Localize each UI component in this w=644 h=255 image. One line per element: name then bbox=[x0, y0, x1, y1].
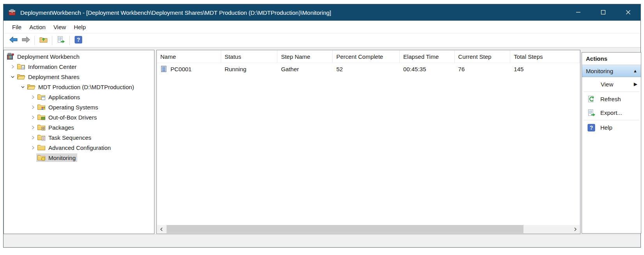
tree-node-advanced-configuration[interactable]: Advanced Configuration bbox=[36, 143, 112, 152]
column-header-status[interactable]: Status bbox=[221, 50, 278, 63]
chevron-right-icon[interactable] bbox=[30, 114, 36, 120]
tree-item-task-sequences[interactable]: Task Sequences bbox=[4, 132, 154, 142]
chevron-right-icon[interactable] bbox=[9, 64, 16, 70]
toolbar-separator bbox=[34, 36, 35, 45]
tree-item-deployment-workbench[interactable]: Deployment Workbench bbox=[4, 51, 154, 62]
actions-separator bbox=[584, 120, 639, 120]
chevron-down-icon[interactable] bbox=[20, 84, 26, 90]
menu-action[interactable]: Action bbox=[25, 21, 50, 33]
chevron-right-icon[interactable] bbox=[30, 135, 36, 141]
tree-item-operating-systems[interactable]: Operating Systems bbox=[4, 102, 154, 112]
help-button[interactable]: ? bbox=[72, 35, 85, 46]
submenu-arrow-icon: ▶ bbox=[634, 81, 641, 87]
tree-item-label: Packages bbox=[48, 124, 74, 131]
tree-item-label: Applications bbox=[48, 94, 80, 100]
folder-open-icon bbox=[17, 73, 25, 80]
tree-item-label: Task Sequences bbox=[48, 134, 91, 141]
action-label: Help bbox=[600, 124, 612, 131]
tree-node-out-of-box-drivers[interactable]: Out-of-Box Drivers bbox=[36, 113, 98, 121]
cell-name-text: PC0001 bbox=[170, 66, 192, 72]
scroll-right-icon[interactable] bbox=[571, 225, 580, 233]
chevron-right-icon[interactable] bbox=[30, 104, 36, 110]
tree-item-deployment-shares[interactable]: Deployment Shares bbox=[4, 72, 154, 82]
cell-status: Running bbox=[221, 63, 278, 75]
column-header-name[interactable]: Name bbox=[157, 50, 221, 63]
tree-node-task-sequences[interactable]: Task Sequences bbox=[36, 133, 93, 142]
column-header-percent-complete[interactable]: Percent Complete bbox=[333, 50, 400, 63]
maximize-button[interactable] bbox=[591, 4, 616, 21]
folder-plain-icon bbox=[37, 144, 46, 151]
actions-group-monitoring[interactable]: Monitoring ▲ bbox=[582, 65, 641, 77]
tree-node-mdt-production-d-mdtproduction[interactable]: MDT Production (D:\MDTProduction) bbox=[26, 83, 136, 91]
column-header-step-name[interactable]: Step Name bbox=[277, 50, 333, 63]
tree-item-label: MDT Production (D:\MDTProduction) bbox=[38, 84, 134, 90]
mmc-toolbox-icon bbox=[8, 9, 16, 16]
folder-driver-icon bbox=[37, 114, 46, 121]
tree-item-information-center[interactable]: iInformation Center bbox=[4, 62, 154, 72]
column-header-total-steps[interactable]: Total Steps bbox=[510, 50, 580, 63]
tree-item-label: Deployment Workbench bbox=[17, 53, 80, 60]
tree-node-operating-systems[interactable]: Operating Systems bbox=[36, 103, 100, 111]
tree-node-deployment-workbench[interactable]: Deployment Workbench bbox=[5, 52, 81, 61]
tree-node-applications[interactable]: Applications bbox=[36, 93, 82, 101]
scrollbar-thumb[interactable] bbox=[167, 225, 523, 233]
chevron-down-icon[interactable] bbox=[9, 74, 16, 80]
tree-node-information-center[interactable]: iInformation Center bbox=[16, 62, 78, 71]
toolbar-separator bbox=[52, 36, 52, 45]
menu-view[interactable]: View bbox=[50, 21, 70, 33]
column-header-current-step[interactable]: Current Step bbox=[455, 50, 511, 63]
tree-item-packages[interactable]: Packages bbox=[4, 122, 154, 132]
collapse-arrow-icon[interactable]: ▲ bbox=[633, 69, 637, 73]
cell-name: PC0001 bbox=[157, 63, 221, 75]
folder-app-icon bbox=[37, 93, 46, 100]
menu-file[interactable]: File bbox=[8, 21, 25, 33]
tree-node-packages[interactable]: Packages bbox=[36, 123, 76, 132]
show-console-tree-button[interactable] bbox=[37, 35, 50, 46]
list-row-pc0001[interactable]: PC0001RunningGather5200:45:3576145 bbox=[157, 63, 580, 75]
console-tree-icon bbox=[39, 36, 48, 45]
application-window: DeploymentWorkbench - [Deployment Workbe… bbox=[3, 4, 641, 248]
main-area: Deployment WorkbenchiInformation CenterD… bbox=[4, 47, 640, 234]
tree-item-mdt-production-d-mdtproduction[interactable]: MDT Production (D:\MDTProduction) bbox=[4, 82, 154, 92]
help-icon: ? bbox=[587, 124, 596, 132]
close-button[interactable] bbox=[616, 4, 640, 21]
back-button[interactable] bbox=[7, 35, 20, 46]
tree-item-label: Deployment Shares bbox=[28, 74, 80, 80]
toolbar: ? bbox=[4, 33, 640, 47]
action-help[interactable]: ?Help bbox=[582, 121, 641, 134]
action-export[interactable]: Export... bbox=[582, 106, 641, 120]
minimize-button[interactable] bbox=[566, 4, 591, 21]
export-list-button[interactable] bbox=[55, 35, 67, 46]
action-view[interactable]: View▶ bbox=[582, 77, 641, 91]
export-list-icon bbox=[587, 109, 596, 117]
actions-pane-title: Actions bbox=[582, 53, 641, 65]
title-bar[interactable]: DeploymentWorkbench - [Deployment Workbe… bbox=[4, 4, 640, 21]
menu-help[interactable]: Help bbox=[70, 21, 90, 33]
action-refresh[interactable]: Refresh bbox=[582, 92, 641, 106]
folder-monitor-icon bbox=[37, 154, 46, 161]
folder-info-icon: i bbox=[17, 63, 25, 70]
export-list-icon bbox=[57, 36, 65, 45]
results-pane[interactable]: NameStatusStep NamePercent CompleteElaps… bbox=[156, 50, 580, 234]
tree-item-advanced-configuration[interactable]: Advanced Configuration bbox=[4, 142, 154, 153]
chevron-right-icon[interactable] bbox=[30, 145, 36, 151]
tree-item-monitoring[interactable]: Monitoring bbox=[4, 153, 154, 163]
column-header-elapsed-time[interactable]: Elapsed Time bbox=[400, 50, 455, 63]
maximize-icon bbox=[601, 9, 606, 16]
svg-text:?: ? bbox=[77, 37, 80, 43]
minimize-icon bbox=[576, 9, 581, 16]
forward-button[interactable] bbox=[20, 35, 32, 46]
scroll-left-icon[interactable] bbox=[157, 225, 166, 233]
chevron-right-icon[interactable] bbox=[30, 94, 36, 100]
tree-node-deployment-shares[interactable]: Deployment Shares bbox=[16, 72, 81, 81]
tree-node-monitoring[interactable]: Monitoring bbox=[36, 153, 77, 162]
console-tree-pane[interactable]: Deployment WorkbenchiInformation CenterD… bbox=[4, 50, 154, 234]
chevron-right-icon[interactable] bbox=[30, 125, 36, 130]
action-label: View bbox=[601, 81, 613, 88]
tree-item-out-of-box-drivers[interactable]: Out-of-Box Drivers bbox=[4, 112, 154, 122]
cell-elapsed_time: 00:45:35 bbox=[400, 63, 455, 75]
toolbar-separator bbox=[69, 36, 70, 45]
horizontal-scrollbar[interactable] bbox=[157, 225, 580, 233]
tree-item-applications[interactable]: Applications bbox=[4, 92, 154, 102]
tree-item-label: Information Center bbox=[28, 63, 76, 70]
